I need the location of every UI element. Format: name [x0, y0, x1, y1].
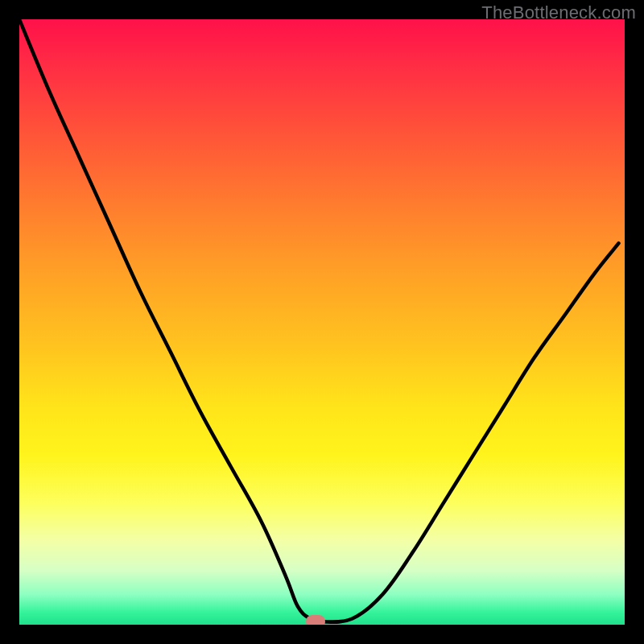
curve-path	[19, 19, 619, 622]
optimum-marker	[306, 615, 325, 625]
plot-area	[19, 19, 625, 625]
outer-frame: TheBottleneck.com	[0, 0, 644, 644]
bottleneck-curve	[19, 19, 625, 625]
